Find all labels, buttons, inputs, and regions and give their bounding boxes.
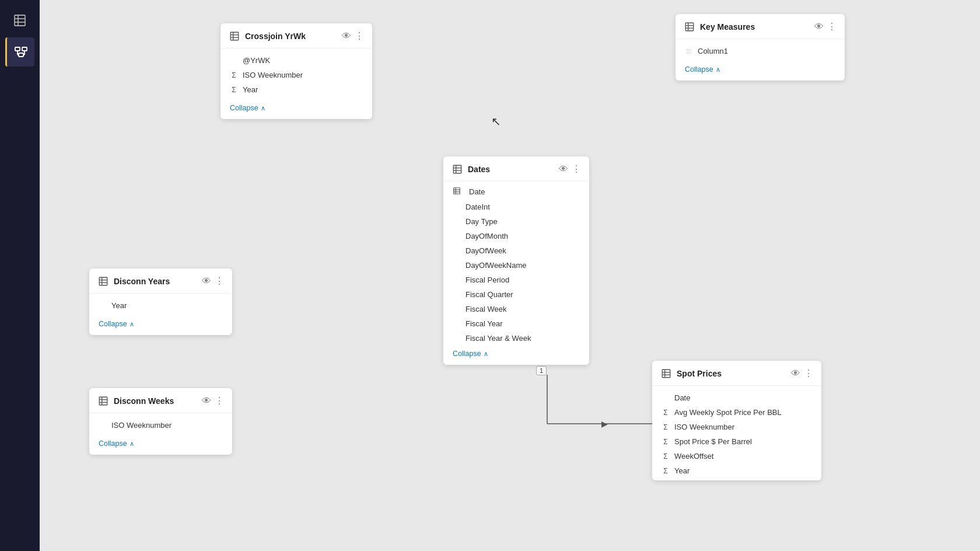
dates-field-dayofmonth: DayOfMonth [443, 229, 589, 243]
disconn-weeks-body: ISO Weeknumber [89, 413, 232, 435]
disconn-weeks-title: Disconn Weeks [114, 396, 174, 406]
dates-collapse[interactable]: Collapse [443, 345, 589, 365]
svg-rect-6 [19, 53, 23, 57]
dates-title: Dates [468, 165, 490, 174]
disconn-weeks-header: Disconn Weeks 👁 ⋮ [89, 388, 232, 413]
card-disconn-years: Disconn Years 👁 ⋮ Year Collapse [89, 268, 232, 335]
dates-field-fiscalyear: Fiscal Year [443, 316, 589, 331]
key-measures-eye-icon[interactable]: 👁 [814, 22, 824, 32]
crossjoin-table-icon [229, 30, 240, 42]
dates-more-icon[interactable]: ⋮ [572, 165, 581, 174]
spot-prices-field-avg: Σ Avg Weekly Spot Price Per BBL [652, 405, 821, 420]
svg-rect-17 [685, 23, 694, 31]
svg-rect-13 [230, 32, 239, 40]
crossjoin-body: @YrWK Σ ISO Weeknumber Σ Year [220, 48, 372, 99]
key-measures-title: Key Measures [700, 22, 755, 32]
spot-prices-header: Spot Prices 👁 ⋮ [652, 361, 821, 386]
disconn-years-field-year: Year [89, 298, 232, 313]
spot-prices-more-icon[interactable]: ⋮ [804, 369, 813, 378]
cursor: ↖ [491, 114, 501, 128]
column1-label: Column1 [698, 47, 728, 55]
spot-prices-field-weekoffset: Σ WeekOffset [652, 449, 821, 463]
dates-field-fiscalquarter: Fiscal Quarter [443, 287, 589, 302]
relation-badge: 1 [536, 366, 547, 375]
dates-field-daytype: Day Type [443, 214, 589, 229]
crossjoin-more-icon[interactable]: ⋮ [355, 32, 364, 41]
iso-sigma-icon: Σ [230, 71, 238, 79]
disconn-years-actions: 👁 ⋮ [202, 277, 224, 286]
card-dates: Dates 👁 ⋮ Date [443, 156, 589, 365]
iso-label: ISO Weeknumber [243, 71, 303, 79]
svg-rect-4 [15, 47, 20, 51]
dates-field-dayofweekname: DayOfWeekName [443, 258, 589, 273]
crossjoin-title: Crossjoin YrWk [245, 32, 306, 41]
card-crossjoin: Crossjoin YrWk 👁 ⋮ @YrWK Σ ISO Weeknumbe… [220, 23, 372, 119]
svg-rect-25 [454, 188, 460, 194]
date-key-icon [453, 187, 461, 197]
key-measures-actions: 👁 ⋮ [814, 22, 836, 32]
dates-chevron [484, 350, 488, 358]
disconn-weeks-chevron [130, 440, 134, 448]
card-spot-prices: Spot Prices 👁 ⋮ Date Σ Avg Weekly Spot P… [652, 361, 821, 480]
key-measures-body: 👁⃒ Column1 [676, 39, 845, 61]
disconn-years-more-icon[interactable]: ⋮ [215, 277, 224, 286]
relation-arrow-many: ▶ [601, 419, 608, 428]
spot-prices-actions: 👁 ⋮ [791, 369, 813, 378]
svg-rect-21 [453, 165, 461, 173]
spot-prices-title: Spot Prices [677, 369, 722, 378]
disconn-years-table-icon [97, 276, 109, 287]
svg-rect-5 [22, 47, 27, 51]
disconn-weeks-eye-icon[interactable]: 👁 [202, 396, 211, 406]
card-disconn-weeks: Disconn Weeks 👁 ⋮ ISO Weeknumber Collaps… [89, 388, 232, 455]
disconn-weeks-table-icon [97, 395, 109, 407]
spot-prices-body: Date Σ Avg Weekly Spot Price Per BBL Σ I… [652, 386, 821, 480]
svg-rect-37 [662, 369, 670, 378]
crossjoin-collapse[interactable]: Collapse [220, 99, 372, 119]
spot-prices-field-iso: Σ ISO Weeknumber [652, 420, 821, 434]
sidebar-item-table[interactable] [5, 6, 34, 35]
crossjoin-field-iso: Σ ISO Weeknumber [220, 68, 372, 82]
dates-actions: 👁 ⋮ [559, 165, 581, 174]
dates-header: Dates 👁 ⋮ [443, 156, 589, 182]
yrwk-label: @YrWK [243, 56, 270, 65]
key-measures-more-icon[interactable]: ⋮ [827, 22, 836, 32]
dates-eye-icon[interactable]: 👁 [559, 165, 568, 174]
svg-rect-29 [99, 277, 107, 285]
key-measures-collapse[interactable]: Collapse [676, 61, 845, 81]
year-sigma-icon: Σ [230, 86, 238, 94]
spot-prices-field-date: Date [652, 390, 821, 405]
sidebar [0, 0, 40, 551]
spot-prices-eye-icon[interactable]: 👁 [791, 369, 800, 378]
dates-field-fiscalweek: Fiscal Week [443, 302, 589, 316]
spot-prices-table-icon [660, 368, 672, 379]
crossjoin-chevron [261, 104, 265, 112]
crossjoin-actions: 👁 ⋮ [342, 32, 364, 41]
disconn-weeks-more-icon[interactable]: ⋮ [215, 396, 224, 406]
dates-field-fiscalyearweek: Fiscal Year & Week [443, 331, 589, 345]
card-key-measures: Key Measures 👁 ⋮ 👁⃒ Column1 Collapse [676, 14, 845, 81]
key-measures-table-icon [684, 21, 695, 33]
date-label: Date [469, 187, 485, 196]
sidebar-item-model[interactable] [5, 37, 34, 67]
disconn-weeks-field-iso: ISO Weeknumber [89, 418, 232, 433]
dates-field-date: Date [443, 184, 589, 200]
card-crossjoin-header: Crossjoin YrWk 👁 ⋮ [220, 23, 372, 48]
svg-rect-33 [99, 397, 107, 405]
disconn-years-eye-icon[interactable]: 👁 [202, 277, 211, 286]
dates-field-dayofweek: DayOfWeek [443, 243, 589, 258]
key-measures-header: Key Measures 👁 ⋮ [676, 14, 845, 39]
key-measures-column1: 👁⃒ Column1 [676, 44, 845, 58]
disconn-years-header: Disconn Years 👁 ⋮ [89, 268, 232, 294]
disconn-years-title: Disconn Years [114, 277, 170, 286]
key-measures-chevron [716, 65, 720, 74]
svg-rect-0 [15, 15, 25, 26]
crossjoin-field-yrwk: @YrWK [220, 53, 372, 68]
canvas: 1 ▶ ✱ Crossjoin YrWk 👁 ⋮ [40, 0, 980, 551]
disconn-weeks-collapse[interactable]: Collapse [89, 435, 232, 455]
crossjoin-field-year: Σ Year [220, 82, 372, 97]
spot-prices-field-spotprice: Σ Spot Price $ Per Barrel [652, 434, 821, 449]
crossjoin-eye-icon[interactable]: 👁 [342, 32, 351, 41]
spot-prices-field-year: Σ Year [652, 463, 821, 478]
dates-field-fiscalperiod: Fiscal Period [443, 273, 589, 287]
disconn-years-collapse[interactable]: Collapse [89, 315, 232, 335]
